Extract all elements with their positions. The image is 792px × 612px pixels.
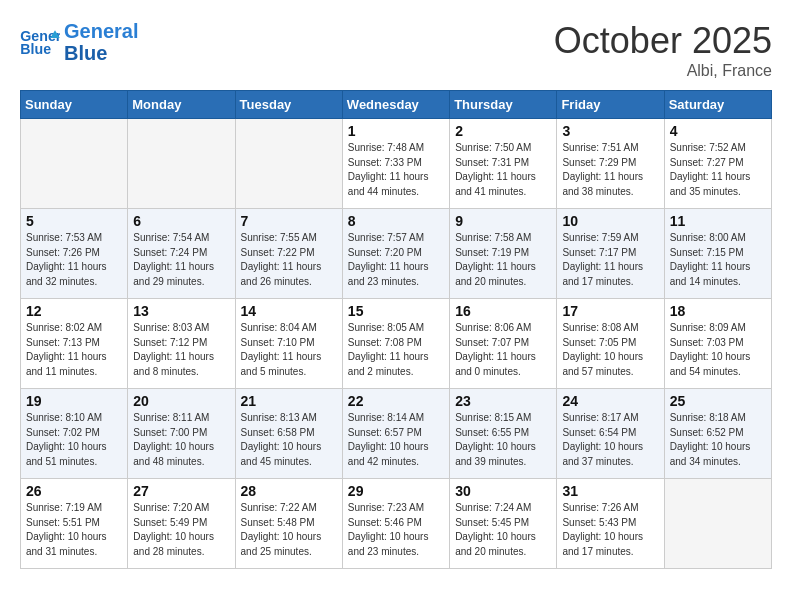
calendar-day-cell: 18Sunrise: 8:09 AMSunset: 7:03 PMDayligh… xyxy=(664,299,771,389)
day-info: Sunrise: 7:26 AMSunset: 5:43 PMDaylight:… xyxy=(562,501,658,559)
calendar-day-cell: 20Sunrise: 8:11 AMSunset: 7:00 PMDayligh… xyxy=(128,389,235,479)
calendar-day-cell: 5Sunrise: 7:53 AMSunset: 7:26 PMDaylight… xyxy=(21,209,128,299)
logo-text: General Blue xyxy=(64,20,138,64)
day-number: 7 xyxy=(241,213,337,229)
day-number: 29 xyxy=(348,483,444,499)
day-number: 1 xyxy=(348,123,444,139)
day-number: 21 xyxy=(241,393,337,409)
day-info: Sunrise: 8:04 AMSunset: 7:10 PMDaylight:… xyxy=(241,321,337,379)
calendar-day-cell: 26Sunrise: 7:19 AMSunset: 5:51 PMDayligh… xyxy=(21,479,128,569)
day-info: Sunrise: 8:11 AMSunset: 7:00 PMDaylight:… xyxy=(133,411,229,469)
calendar-day-cell: 15Sunrise: 8:05 AMSunset: 7:08 PMDayligh… xyxy=(342,299,449,389)
day-number: 17 xyxy=(562,303,658,319)
calendar-day-cell: 9Sunrise: 7:58 AMSunset: 7:19 PMDaylight… xyxy=(450,209,557,299)
calendar-day-cell: 28Sunrise: 7:22 AMSunset: 5:48 PMDayligh… xyxy=(235,479,342,569)
logo-icon: General Blue xyxy=(20,27,60,57)
day-info: Sunrise: 7:50 AMSunset: 7:31 PMDaylight:… xyxy=(455,141,551,199)
calendar-day-cell: 2Sunrise: 7:50 AMSunset: 7:31 PMDaylight… xyxy=(450,119,557,209)
day-number: 13 xyxy=(133,303,229,319)
day-info: Sunrise: 8:06 AMSunset: 7:07 PMDaylight:… xyxy=(455,321,551,379)
calendar-day-cell: 7Sunrise: 7:55 AMSunset: 7:22 PMDaylight… xyxy=(235,209,342,299)
day-info: Sunrise: 8:18 AMSunset: 6:52 PMDaylight:… xyxy=(670,411,766,469)
calendar-week-row: 12Sunrise: 8:02 AMSunset: 7:13 PMDayligh… xyxy=(21,299,772,389)
day-info: Sunrise: 7:24 AMSunset: 5:45 PMDaylight:… xyxy=(455,501,551,559)
weekday-header-tuesday: Tuesday xyxy=(235,91,342,119)
day-number: 3 xyxy=(562,123,658,139)
day-number: 30 xyxy=(455,483,551,499)
day-info: Sunrise: 8:05 AMSunset: 7:08 PMDaylight:… xyxy=(348,321,444,379)
calendar-day-cell xyxy=(21,119,128,209)
day-number: 22 xyxy=(348,393,444,409)
location: Albi, France xyxy=(554,62,772,80)
calendar-day-cell: 8Sunrise: 7:57 AMSunset: 7:20 PMDaylight… xyxy=(342,209,449,299)
calendar-day-cell: 6Sunrise: 7:54 AMSunset: 7:24 PMDaylight… xyxy=(128,209,235,299)
day-number: 27 xyxy=(133,483,229,499)
day-info: Sunrise: 8:17 AMSunset: 6:54 PMDaylight:… xyxy=(562,411,658,469)
svg-text:Blue: Blue xyxy=(20,41,51,57)
calendar-day-cell: 16Sunrise: 8:06 AMSunset: 7:07 PMDayligh… xyxy=(450,299,557,389)
day-number: 5 xyxy=(26,213,122,229)
day-info: Sunrise: 7:48 AMSunset: 7:33 PMDaylight:… xyxy=(348,141,444,199)
weekday-header-thursday: Thursday xyxy=(450,91,557,119)
day-info: Sunrise: 8:00 AMSunset: 7:15 PMDaylight:… xyxy=(670,231,766,289)
day-number: 4 xyxy=(670,123,766,139)
weekday-header-wednesday: Wednesday xyxy=(342,91,449,119)
day-info: Sunrise: 7:54 AMSunset: 7:24 PMDaylight:… xyxy=(133,231,229,289)
day-info: Sunrise: 8:14 AMSunset: 6:57 PMDaylight:… xyxy=(348,411,444,469)
day-info: Sunrise: 8:09 AMSunset: 7:03 PMDaylight:… xyxy=(670,321,766,379)
day-number: 14 xyxy=(241,303,337,319)
calendar-day-cell: 19Sunrise: 8:10 AMSunset: 7:02 PMDayligh… xyxy=(21,389,128,479)
calendar-day-cell: 10Sunrise: 7:59 AMSunset: 7:17 PMDayligh… xyxy=(557,209,664,299)
day-info: Sunrise: 8:10 AMSunset: 7:02 PMDaylight:… xyxy=(26,411,122,469)
day-number: 8 xyxy=(348,213,444,229)
calendar-day-cell: 1Sunrise: 7:48 AMSunset: 7:33 PMDaylight… xyxy=(342,119,449,209)
day-info: Sunrise: 7:58 AMSunset: 7:19 PMDaylight:… xyxy=(455,231,551,289)
day-info: Sunrise: 7:19 AMSunset: 5:51 PMDaylight:… xyxy=(26,501,122,559)
weekday-header-friday: Friday xyxy=(557,91,664,119)
day-number: 25 xyxy=(670,393,766,409)
day-info: Sunrise: 8:15 AMSunset: 6:55 PMDaylight:… xyxy=(455,411,551,469)
day-info: Sunrise: 7:59 AMSunset: 7:17 PMDaylight:… xyxy=(562,231,658,289)
day-info: Sunrise: 8:08 AMSunset: 7:05 PMDaylight:… xyxy=(562,321,658,379)
day-number: 15 xyxy=(348,303,444,319)
day-info: Sunrise: 7:51 AMSunset: 7:29 PMDaylight:… xyxy=(562,141,658,199)
weekday-header-row: SundayMondayTuesdayWednesdayThursdayFrid… xyxy=(21,91,772,119)
calendar-day-cell xyxy=(235,119,342,209)
day-info: Sunrise: 8:03 AMSunset: 7:12 PMDaylight:… xyxy=(133,321,229,379)
calendar-day-cell: 22Sunrise: 8:14 AMSunset: 6:57 PMDayligh… xyxy=(342,389,449,479)
calendar-table: SundayMondayTuesdayWednesdayThursdayFrid… xyxy=(20,90,772,569)
day-info: Sunrise: 7:23 AMSunset: 5:46 PMDaylight:… xyxy=(348,501,444,559)
day-info: Sunrise: 7:53 AMSunset: 7:26 PMDaylight:… xyxy=(26,231,122,289)
title-block: October 2025 Albi, France xyxy=(554,20,772,80)
calendar-day-cell: 11Sunrise: 8:00 AMSunset: 7:15 PMDayligh… xyxy=(664,209,771,299)
weekday-header-monday: Monday xyxy=(128,91,235,119)
day-number: 2 xyxy=(455,123,551,139)
month-title: October 2025 xyxy=(554,20,772,62)
calendar-day-cell: 21Sunrise: 8:13 AMSunset: 6:58 PMDayligh… xyxy=(235,389,342,479)
day-number: 20 xyxy=(133,393,229,409)
calendar-day-cell: 3Sunrise: 7:51 AMSunset: 7:29 PMDaylight… xyxy=(557,119,664,209)
calendar-day-cell: 12Sunrise: 8:02 AMSunset: 7:13 PMDayligh… xyxy=(21,299,128,389)
weekday-header-saturday: Saturday xyxy=(664,91,771,119)
calendar-week-row: 19Sunrise: 8:10 AMSunset: 7:02 PMDayligh… xyxy=(21,389,772,479)
day-number: 12 xyxy=(26,303,122,319)
day-info: Sunrise: 7:57 AMSunset: 7:20 PMDaylight:… xyxy=(348,231,444,289)
day-info: Sunrise: 7:20 AMSunset: 5:49 PMDaylight:… xyxy=(133,501,229,559)
day-number: 6 xyxy=(133,213,229,229)
calendar-day-cell xyxy=(128,119,235,209)
day-number: 9 xyxy=(455,213,551,229)
day-number: 18 xyxy=(670,303,766,319)
day-info: Sunrise: 7:22 AMSunset: 5:48 PMDaylight:… xyxy=(241,501,337,559)
weekday-header-sunday: Sunday xyxy=(21,91,128,119)
calendar-day-cell: 17Sunrise: 8:08 AMSunset: 7:05 PMDayligh… xyxy=(557,299,664,389)
day-number: 31 xyxy=(562,483,658,499)
day-number: 26 xyxy=(26,483,122,499)
calendar-week-row: 1Sunrise: 7:48 AMSunset: 7:33 PMDaylight… xyxy=(21,119,772,209)
day-number: 24 xyxy=(562,393,658,409)
calendar-day-cell: 31Sunrise: 7:26 AMSunset: 5:43 PMDayligh… xyxy=(557,479,664,569)
day-number: 23 xyxy=(455,393,551,409)
day-number: 28 xyxy=(241,483,337,499)
day-number: 10 xyxy=(562,213,658,229)
calendar-day-cell: 25Sunrise: 8:18 AMSunset: 6:52 PMDayligh… xyxy=(664,389,771,479)
day-info: Sunrise: 8:02 AMSunset: 7:13 PMDaylight:… xyxy=(26,321,122,379)
